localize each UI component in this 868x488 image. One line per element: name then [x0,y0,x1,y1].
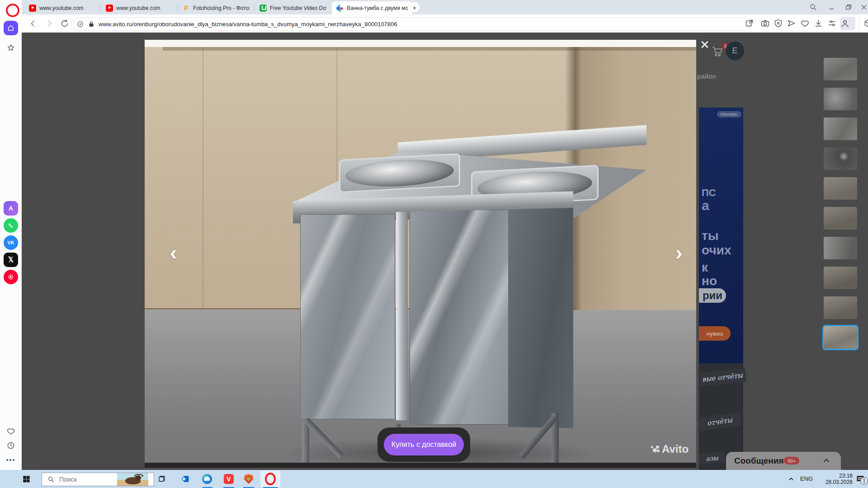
windows-start-button[interactable] [21,474,32,484]
restore-icon[interactable] [844,3,853,11]
location-icon[interactable] [76,20,84,28]
tab-youtube-2[interactable]: www.youtube.com [101,1,177,14]
vivaldi-icon[interactable]: V [223,474,234,484]
thumbnail-2[interactable] [824,88,857,110]
ad-cta-button[interactable]: нужно [699,326,731,341]
tab-free-youtube-downloader[interactable]: Free Youtube Video Down [255,1,331,14]
bookmark-heart-icon[interactable] [800,19,810,28]
sidebar-youtube-music-icon[interactable] [4,270,18,284]
sink-bowl-left [339,153,460,193]
tab-separator [177,4,178,11]
windows-taskbar: V 🦁 ENG 23:16 28.03.2026 1 [0,470,868,488]
tune-settings-icon[interactable] [827,19,837,28]
prev-photo-button[interactable]: ‹ [170,242,177,263]
downloads-icon[interactable] [814,19,823,28]
thumbnail-7[interactable] [824,237,857,259]
thumbnail-5[interactable] [824,177,857,200]
fotohosting-icon: F [183,5,190,12]
tray-date: 28.03.2026 [817,479,853,485]
cabinet-door-left [300,214,395,419]
adblock-shield-icon[interactable] [774,19,783,28]
share-page-icon[interactable] [745,19,754,28]
ad-fragment: а [702,198,709,213]
notification-center-icon[interactable]: 1 [856,474,865,485]
sidebar-x-icon[interactable]: 𝕏 [4,253,18,267]
sidebar-history-clock-icon[interactable] [4,438,18,453]
url-text: www.avito.ru/orenburg/oborudovanie_dlya_… [99,21,397,28]
close-window-icon[interactable] [860,3,868,11]
sidebar-bookmarks-star-icon[interactable] [4,41,18,55]
taskbar-search-input[interactable] [58,475,110,483]
chevron-up-icon[interactable] [822,456,831,465]
outlook-icon[interactable] [180,474,191,484]
thumbnail-10-selected[interactable] [824,326,857,349]
tab-title: www.youtube.com [116,5,173,11]
thumbnail-3[interactable] [824,117,857,140]
tab-title: Ванна-тумба с двумя мо [347,5,408,11]
messages-badge: 99+ [784,457,799,465]
back-icon[interactable] [28,19,38,28]
cabinet-body [296,208,573,428]
extension-cube-icon[interactable] [863,19,868,28]
ad-fragment: но [702,274,717,288]
tab-youtube-1[interactable]: www.youtube.com [24,1,100,14]
opera-taskbar-icon[interactable] [265,474,276,484]
url-field[interactable]: www.avito.ru/orenburg/oborudovanie_dlya_… [71,17,750,31]
youtube-icon [106,5,113,12]
tab-fotohosting[interactable]: F Fotohosting.Pro - Фотохо [178,1,254,14]
minimize-icon[interactable] [828,3,836,11]
sidebar-likes-heart-icon[interactable] [4,424,18,438]
send-to-device-icon[interactable] [787,19,796,28]
cabinet-leg [302,422,309,463]
avatar[interactable]: E [726,42,744,60]
close-lightbox-button[interactable]: ✕ [700,39,710,51]
opera-menu-logo[interactable] [6,4,19,17]
tab-separator [254,4,255,11]
tray-time: 23:16 [817,473,853,479]
sink-bowl-inner [345,157,454,189]
tab-avito-active[interactable]: Ванна-тумба с двумя мо [332,1,412,14]
avito-watermark-text: Avito [662,443,689,455]
ad-banner[interactable]: Реклама: ПС а ты очих к но рии нужно [699,108,743,363]
thumbnail-9[interactable] [824,296,857,319]
search-tabs-icon[interactable] [809,3,817,11]
youtube-icon [29,5,36,12]
cabinet-door-right [410,210,509,425]
sidebar-aria-icon[interactable] [4,201,18,216]
new-tab-button[interactable]: + [410,2,420,12]
door-sheen [301,215,395,419]
sidebar-vk-icon[interactable]: VK [4,235,18,250]
task-view-icon[interactable] [156,474,167,484]
listing-photo: Avito [145,40,696,463]
taskbar-search-box[interactable] [42,473,154,486]
thumbnail-6[interactable] [824,207,857,230]
forward-icon[interactable] [44,19,54,28]
next-photo-button[interactable]: › [675,242,682,263]
search-widget-image [117,473,148,486]
sidebar-home-button[interactable] [4,21,18,35]
tab-separator [100,4,101,11]
photo-top-strip [145,40,696,47]
ad-pill: рии [699,288,726,303]
ad-fragment: ПС [702,187,716,199]
buy-with-delivery-button[interactable]: Купить с доставкой [384,434,464,455]
door-sheen [410,210,509,424]
lightbox-bottom-strip [145,463,696,468]
edge-icon[interactable] [202,474,212,484]
tray-language[interactable]: ENG [800,475,813,482]
sidebar-whatsapp-icon[interactable] [4,218,18,233]
messages-bar[interactable]: Сообщения 99+ [726,452,841,470]
tray-chevron-up-icon[interactable] [788,475,795,483]
thumbnail-4[interactable] [824,147,857,170]
wall-top-edge [163,47,696,51]
browser-tab-bar: www.youtube.com www.youtube.com F Fotoho… [0,0,868,14]
sidebar-more-ellipsis[interactable]: ••• [4,453,18,467]
wall-seam [203,47,203,309]
thumbnail-8[interactable] [824,267,857,289]
profile-button[interactable] [840,17,855,30]
snapshot-camera-icon[interactable] [760,19,770,28]
tray-clock[interactable]: 23:16 28.03.2026 [817,473,853,485]
brave-icon[interactable]: 🦁 [243,474,254,484]
reload-icon[interactable] [60,19,70,28]
thumbnail-1[interactable] [824,58,857,80]
